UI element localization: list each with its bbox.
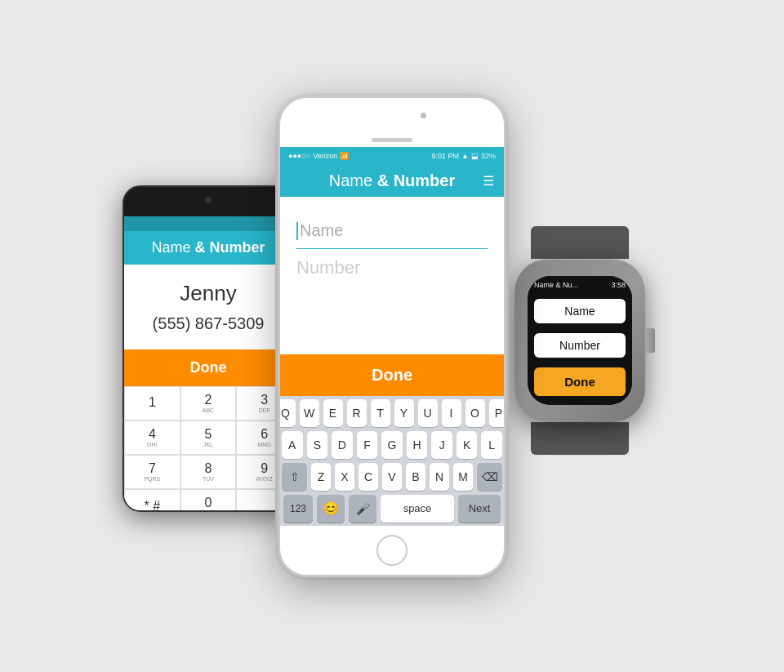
kb-key-d[interactable]: D <box>332 431 353 459</box>
iphone-title-bold: & Number <box>377 171 456 189</box>
watch-app-title: Name & Nu... <box>534 281 578 289</box>
text-cursor <box>296 222 298 240</box>
android-header: Name & Number <box>124 231 292 265</box>
watch-name-button[interactable]: Name <box>534 299 626 323</box>
kb-bottom-row: 123 😊 🎤 space Next <box>282 495 502 523</box>
iphone-number-input[interactable]: Number <box>296 249 488 287</box>
watch-digital-crown[interactable] <box>645 328 655 353</box>
keypad-key-1[interactable]: 1 <box>124 386 180 421</box>
keypad-key-2[interactable]: 2ABC <box>180 386 237 421</box>
iphone-status-bar: ●●●○○ Verizon 📶 9:01 PM ▲ ⬓ 32% <box>280 147 504 165</box>
apple-watch: Name & Nu... 3:58 Name Number Done <box>498 226 662 487</box>
kb-key-p[interactable]: P <box>489 399 507 427</box>
watch-done-button[interactable]: Done <box>534 367 626 396</box>
iphone-app-title: Name & Number <box>329 171 456 190</box>
android-top-bar <box>124 187 292 216</box>
android-contact-number: (555) 867-5309 <box>153 314 265 333</box>
iphone-battery: 32% <box>481 152 496 160</box>
iphone-bluetooth-icon: ⬓ <box>471 152 479 160</box>
kb-emoji-button[interactable]: 😊 <box>317 495 345 523</box>
kb-key-o[interactable]: O <box>466 399 485 427</box>
iphone-home-button[interactable] <box>376 535 408 566</box>
kb-key-x[interactable]: X <box>335 463 354 491</box>
iphone-number-placeholder: Number <box>296 257 360 278</box>
kb-key-q[interactable]: Q <box>278 399 296 427</box>
kb-key-r[interactable]: R <box>347 399 367 427</box>
kb-key-z[interactable]: Z <box>311 463 331 491</box>
kb-key-t[interactable]: T <box>371 399 390 427</box>
iphone-wifi-icon: 📶 <box>340 152 349 160</box>
watch-time: 3:58 <box>611 281 626 289</box>
kb-key-i[interactable]: I <box>442 399 461 427</box>
kb-mic-button[interactable]: 🎤 <box>349 495 376 523</box>
keypad-key-7[interactable]: 7PQRS <box>124 455 180 489</box>
android-contact-display: Jenny (555) 867-5309 <box>124 265 292 349</box>
kb-key-y[interactable]: Y <box>394 399 414 427</box>
android-app-title: Name & Number <box>151 239 265 256</box>
kb-key-b[interactable]: B <box>406 463 425 491</box>
iphone-name-input[interactable]: Name <box>296 213 488 250</box>
kb-key-k[interactable]: K <box>457 431 478 459</box>
iphone-header: Name & Number ☰ <box>280 165 504 197</box>
iphone-time: 9:01 PM <box>432 152 460 160</box>
keypad-key-0[interactable]: 0+ <box>180 489 237 512</box>
kb-key-n[interactable]: N <box>430 463 449 491</box>
kb-key-g[interactable]: G <box>381 431 403 459</box>
kb-next-button[interactable]: Next <box>458 495 501 523</box>
kb-key-f[interactable]: F <box>357 431 378 459</box>
keypad-key-4[interactable]: 4GHI <box>124 421 180 455</box>
keypad-key-8[interactable]: 8TUV <box>180 455 237 489</box>
android-title-light: Name <box>151 239 190 256</box>
iphone-speaker <box>372 138 412 142</box>
android-phone: 3G Name & Number Jenny (555) 867-5309 Do… <box>122 185 294 512</box>
iphone-carrier-name: Verizon <box>313 152 337 160</box>
kb-shift-key[interactable]: ⇧ <box>282 463 307 491</box>
kb-row-2: A S D F G H J K L <box>282 431 502 459</box>
watch-screen: Name & Nu... 3:58 Name Number Done <box>528 276 632 405</box>
devices-container: 3G Name & Number Jenny (555) 867-5309 Do… <box>41 18 743 655</box>
kb-key-c[interactable]: C <box>359 463 378 491</box>
iphone-input-area: Name Number <box>280 197 504 354</box>
kb-key-h[interactable]: H <box>407 431 428 459</box>
kb-key-a[interactable]: A <box>282 431 303 459</box>
iphone-signal-dots: ●●●○○ <box>288 152 310 160</box>
kb-key-v[interactable]: V <box>382 463 402 491</box>
kb-key-l[interactable]: L <box>481 431 502 459</box>
iphone-camera-icon <box>421 113 426 118</box>
kb-delete-key[interactable]: ⌫ <box>477 463 502 491</box>
iphone-top-bezel <box>280 98 504 147</box>
kb-key-w[interactable]: W <box>300 399 319 427</box>
iphone-done-button[interactable]: Done <box>280 354 504 396</box>
keypad-key-5[interactable]: 5JKL <box>180 421 237 455</box>
iphone-name-placeholder: Name <box>300 221 343 239</box>
ios-keyboard: Q W E R T Y U I O P A S D F G H J K L <box>280 396 504 526</box>
android-done-button[interactable]: Done <box>124 349 292 386</box>
keypad-key-star-hash[interactable]: * # <box>124 489 180 512</box>
kb-numbers-button[interactable]: 123 <box>283 495 313 523</box>
hamburger-menu-icon[interactable]: ☰ <box>483 173 494 189</box>
android-contact-name: Jenny <box>180 281 236 306</box>
kb-space-button[interactable]: space <box>381 495 454 523</box>
kb-row-1: Q W E R T Y U I O P <box>282 399 502 427</box>
android-title-bold: & Number <box>195 239 265 256</box>
watch-content: Name Number Done <box>528 291 632 405</box>
iphone-title-light: Name <box>329 171 372 189</box>
iphone-bottom-bezel <box>280 526 504 575</box>
iphone-location-icon: ▲ <box>461 152 469 160</box>
iphone-status-right: 9:01 PM ▲ ⬓ 32% <box>432 152 496 160</box>
watch-band-bottom <box>531 422 629 455</box>
kb-row-3: ⇧ Z X C V B N M ⌫ <box>282 463 502 491</box>
kb-key-s[interactable]: S <box>307 431 328 459</box>
kb-key-u[interactable]: U <box>418 399 438 427</box>
android-status-bar: 3G <box>124 216 292 231</box>
watch-band-top <box>531 226 629 259</box>
watch-case: Name & Nu... 3:58 Name Number Done <box>514 259 645 422</box>
watch-number-button[interactable]: Number <box>534 333 626 358</box>
iphone: ●●●○○ Verizon 📶 9:01 PM ▲ ⬓ 32% Name & N… <box>278 96 506 577</box>
kb-key-e[interactable]: E <box>323 399 343 427</box>
watch-status-bar: Name & Nu... 3:58 <box>528 276 632 291</box>
iphone-status-carrier: ●●●○○ Verizon 📶 <box>288 152 349 160</box>
kb-key-j[interactable]: J <box>431 431 452 459</box>
kb-key-m[interactable]: M <box>453 463 473 491</box>
android-camera-icon <box>205 197 212 203</box>
